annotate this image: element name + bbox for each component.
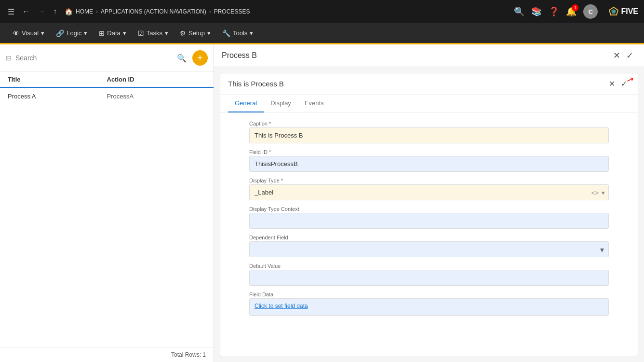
tasks-icon: ☑: [138, 29, 144, 37]
red-arrow-indicator: ↗: [625, 73, 636, 86]
inner-save-button[interactable]: ✓ ↗: [618, 78, 630, 89]
nav-setup[interactable]: ⚙ Setup ▾: [175, 27, 215, 40]
search-nav-icon[interactable]: 🔍: [514, 6, 524, 17]
dependent-field-select[interactable]: [249, 241, 609, 257]
caption-input[interactable]: [249, 127, 609, 143]
tabs: General Display Events: [220, 95, 638, 113]
forward-icon[interactable]: →: [36, 5, 47, 18]
display-type-label: Display Type *: [249, 178, 609, 183]
display-type-context-group: Display Type Context: [249, 206, 609, 229]
books-icon[interactable]: 📚: [531, 6, 542, 17]
nav-right-area: 🔍 📚 ❓ 🔔 1 C FIVE: [514, 4, 638, 19]
col-header-title: Title: [8, 76, 107, 83]
field-data-link[interactable]: Click to set field data: [255, 303, 308, 309]
tab-display[interactable]: Display: [264, 95, 298, 112]
notification-icon[interactable]: 🔔 1: [566, 6, 577, 17]
tab-general[interactable]: General: [228, 95, 264, 112]
top-navigation: ☰ ← → ↑ 🏠 HOME › APPLICATIONS (ACTION NA…: [0, 0, 644, 23]
search-input[interactable]: [15, 54, 171, 62]
display-type-context-label: Display Type Context: [249, 206, 609, 212]
inner-close-button[interactable]: ✕: [606, 78, 618, 89]
back-icon[interactable]: ←: [20, 5, 32, 18]
search-bar: ⊟ 🔍 +: [0, 44, 214, 72]
default-value-input[interactable]: [249, 270, 609, 286]
default-value-group: Default Value: [249, 263, 609, 286]
form-fields: Caption * Field ID * Display Type * <>: [220, 113, 638, 329]
second-navigation: 👁 Visual ▾ 🔗 Logic ▾ ⊞ Data ▾ ☑ Tasks ▾ …: [0, 23, 644, 44]
breadcrumb-processes[interactable]: PROCESSES: [214, 8, 250, 15]
breadcrumb-home[interactable]: HOME: [76, 8, 93, 15]
field-id-group: Field ID *: [249, 149, 609, 172]
form-panel-header: Process B ✕ ✓: [214, 44, 644, 67]
five-logo: FIVE: [608, 6, 638, 17]
field-data-label: Field Data: [249, 292, 609, 297]
form-confirm-button[interactable]: ✓: [623, 49, 636, 62]
tools-icon: 🔧: [222, 29, 230, 37]
dropdown-icon[interactable]: ▾: [602, 189, 605, 196]
display-type-context-input[interactable]: [249, 213, 609, 229]
caption-label: Caption *: [249, 121, 609, 126]
nav-tasks[interactable]: ☑ Tasks ▾: [133, 27, 173, 40]
inner-form: This is Process B ✕ ✓ ↗ General Display …: [220, 73, 638, 356]
caption-field-group: Caption *: [249, 121, 609, 143]
table-rows: Process A ProcessA: [0, 88, 214, 347]
search-button[interactable]: 🔍: [175, 53, 188, 64]
table-row[interactable]: Process A ProcessA: [0, 88, 214, 105]
form-panel-title: Process B: [222, 51, 610, 60]
notification-badge: 1: [572, 4, 578, 11]
form-close-button[interactable]: ✕: [610, 49, 623, 62]
svg-marker-1: [611, 9, 616, 14]
inner-form-header: This is Process B ✕ ✓ ↗: [220, 73, 638, 95]
help-icon[interactable]: ❓: [549, 6, 559, 17]
nav-data[interactable]: ⊞ Data ▾: [94, 27, 131, 40]
nav-logic[interactable]: 🔗 Logic ▾: [51, 27, 92, 40]
field-data-group: Field Data Click to set field data: [249, 292, 609, 316]
dependent-field-group: Dependent Field: [249, 235, 609, 257]
field-data-value: Click to set field data: [249, 298, 609, 316]
visual-icon: 👁: [13, 29, 19, 37]
display-type-input[interactable]: [249, 184, 609, 200]
dependent-field-label: Dependent Field: [249, 235, 609, 240]
sidebar: ⊟ 🔍 + Title Action ID Process A ProcessA…: [0, 44, 214, 362]
row-action-id: ProcessA: [107, 93, 206, 100]
data-icon: ⊞: [99, 29, 105, 37]
avatar[interactable]: C: [583, 4, 598, 19]
nav-tools[interactable]: 🔧 Tools ▾: [217, 27, 258, 40]
display-type-wrapper: <> ▾: [249, 184, 609, 200]
row-title: Process A: [8, 93, 107, 100]
tab-events[interactable]: Events: [298, 95, 331, 112]
display-type-group: Display Type * <> ▾: [249, 178, 609, 200]
col-header-action-id: Action ID: [107, 76, 206, 83]
add-button[interactable]: +: [192, 50, 208, 66]
field-id-label: Field ID *: [249, 149, 609, 155]
display-type-icons: <> ▾: [591, 189, 605, 196]
setup-icon: ⚙: [180, 29, 186, 37]
logic-icon: 🔗: [56, 29, 64, 37]
field-id-input[interactable]: [249, 156, 609, 172]
breadcrumb: 🏠 HOME › APPLICATIONS (ACTION NAVIGATION…: [65, 8, 250, 15]
dependent-field-dropdown-wrapper: [249, 241, 609, 257]
default-value-label: Default Value: [249, 263, 609, 269]
table-footer: Total Rows: 1: [0, 347, 214, 362]
code-icon[interactable]: <>: [591, 189, 599, 196]
inner-form-title: This is Process B: [228, 80, 606, 88]
breadcrumb-apps[interactable]: APPLICATIONS (ACTION NAVIGATION): [101, 8, 206, 15]
menu-icon[interactable]: ☰: [6, 5, 16, 18]
main-area: ⊟ 🔍 + Title Action ID Process A ProcessA…: [0, 44, 644, 362]
up-icon[interactable]: ↑: [51, 5, 59, 18]
table-header: Title Action ID: [0, 72, 214, 88]
filter-icon: ⊟: [6, 54, 12, 62]
nav-visual[interactable]: 👁 Visual ▾: [8, 27, 49, 40]
form-panel: Process B ✕ ✓ This is Process B ✕ ✓ ↗ Ge…: [214, 44, 644, 362]
